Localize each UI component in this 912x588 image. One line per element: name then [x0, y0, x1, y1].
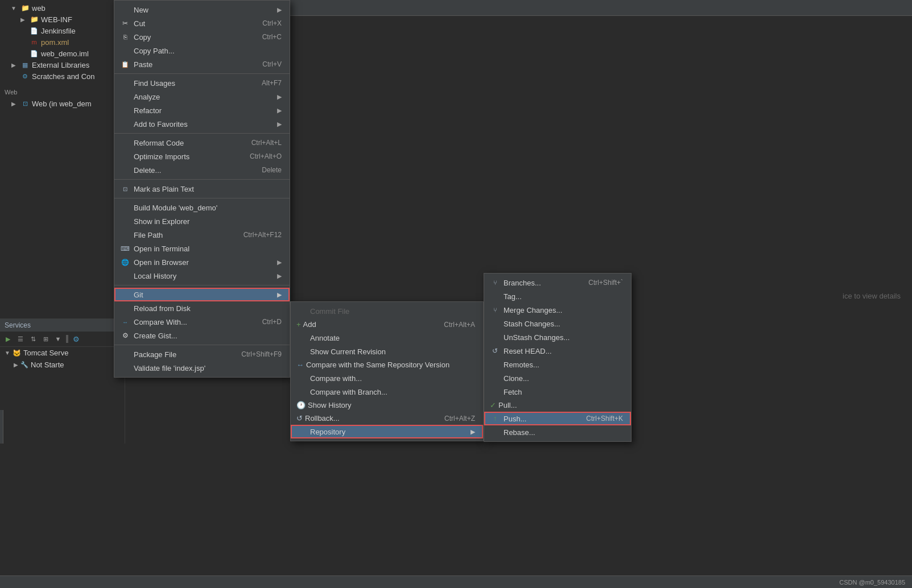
git-menu-annotate[interactable]: Annotate	[291, 331, 483, 345]
tree-item-webdemo[interactable]: 📄 web_demo.iml	[0, 48, 125, 59]
menu-item-copy-path[interactable]: Copy Path...	[114, 44, 290, 57]
repo-menu-pull[interactable]: ✓ Pull...	[484, 399, 631, 412]
git-menu-compare-branch[interactable]: Compare with Branch...	[291, 385, 483, 399]
menu-label: Compare with...	[310, 374, 362, 383]
tree-item-web[interactable]: ▼ 📁 web	[0, 2, 125, 14]
menu-item-create-gist[interactable]: ⚙ Create Gist...	[114, 329, 290, 342]
terminal-icon: ⌨	[120, 244, 130, 253]
menu-item-mark-plain[interactable]: ⊡ Mark as Plain Text	[114, 182, 290, 196]
git-menu-rollback[interactable]: ↺ Rollback... Ctrl+Alt+Z	[291, 412, 483, 425]
menu-item-delete[interactable]: Delete... Delete	[114, 163, 290, 177]
menu-label: Compare with the Same Repository Version	[306, 361, 449, 369]
reformat-icon	[120, 138, 130, 147]
menu-item-file-path[interactable]: File Path Ctrl+Alt+F12	[114, 228, 290, 242]
menu-item-new[interactable]: New ▶	[114, 3, 290, 16]
rebase-icon	[490, 428, 500, 437]
menu-item-open-terminal[interactable]: ⌨ Open in Terminal	[114, 242, 290, 255]
menu-item-git[interactable]: Git ▶	[114, 288, 290, 301]
repo-menu-stash[interactable]: Stash Changes...	[484, 317, 631, 330]
git-menu-commit[interactable]: Commit File	[291, 304, 483, 318]
filter-button[interactable]: ⇅	[27, 333, 39, 345]
menu-item-cut[interactable]: ✂ Cut Ctrl+X	[114, 16, 290, 30]
git-menu-show-revision[interactable]: Show Current Revision	[291, 345, 483, 358]
menu-item-paste[interactable]: 📋 Paste Ctrl+V	[114, 57, 290, 71]
repo-menu-push[interactable]: ↑ Push... Ctrl+Shift+K	[484, 412, 631, 425]
repo-menu-tag[interactable]: Tag...	[484, 289, 631, 303]
git-menu-add[interactable]: + Add Ctrl+Alt+A	[291, 318, 483, 331]
tree-label: pom.xml	[41, 38, 69, 47]
tomcat-server-item[interactable]: ▼ 🐱 Tomcat Serve	[0, 347, 125, 359]
menu-item-local-history[interactable]: Local History ▶	[114, 269, 290, 283]
menu-label: Reset HEAD...	[504, 347, 552, 355]
menu-item-analyze[interactable]: Analyze ▶	[114, 90, 290, 103]
tree-item-jenkinsfile[interactable]: 📄 Jenkinsfile	[0, 25, 125, 36]
not-started-item[interactable]: ▶ 🔧 Not Starte	[0, 359, 125, 371]
submenu-arrow-icon: ▶	[277, 6, 282, 14]
file-icon	[18, 49, 27, 58]
repo-menu-branches[interactable]: ⑂ Branches... Ctrl+Shift+`	[484, 276, 631, 289]
shortcut-label: Ctrl+Shift+`	[588, 279, 623, 287]
menu-item-validate[interactable]: Validate file 'index.jsp'	[114, 361, 290, 375]
revision-icon	[296, 347, 307, 356]
explorer-icon	[120, 217, 130, 226]
merge-icon: ⑂	[490, 305, 500, 314]
repo-menu-merge[interactable]: ⑂ Merge Changes...	[484, 303, 631, 317]
push-icon: ↑	[490, 414, 500, 423]
expand-arrow-icon: ▶	[14, 362, 18, 368]
services-title: Services	[5, 321, 31, 329]
shortcut-label: Ctrl+Alt+L	[251, 139, 282, 147]
scratches-icon	[9, 72, 18, 81]
tree-item-web-demo[interactable]: ▶ ⊡ Web (in web_dem	[0, 98, 125, 109]
git-menu-repository[interactable]: Repository ▶	[291, 425, 483, 438]
more-button[interactable]: ▼	[52, 333, 64, 345]
github-icon: ⚙	[120, 331, 130, 340]
repo-menu-clone[interactable]: Clone...	[484, 371, 631, 385]
refactor-icon	[120, 106, 130, 115]
menu-label: Validate file 'index.jsp'	[134, 364, 205, 372]
menu-item-build[interactable]: Build Module 'web_demo'	[114, 201, 290, 214]
git-menu-compare-with[interactable]: Compare with...	[291, 371, 483, 385]
menu-item-open-browser[interactable]: 🌐 Open in Browser ▶	[114, 255, 290, 269]
align-button[interactable]: ☰	[15, 333, 26, 345]
tree-item-pomxml[interactable]: m pom.xml	[0, 36, 125, 48]
menu-item-refactor[interactable]: Refactor ▶	[114, 103, 290, 117]
menu-label: Tag...	[504, 292, 522, 301]
settings-button[interactable]: ⚙	[71, 333, 82, 345]
menu-item-compare[interactable]: ↔ Compare With... Ctrl+D	[114, 315, 290, 329]
tomcat-icon: 🐱	[13, 349, 21, 357]
menu-item-add-favorites[interactable]: Add to Favorites ▶	[114, 117, 290, 131]
git-menu-show-history[interactable]: 🕐 Show History	[291, 399, 483, 412]
menu-label: Stash Changes...	[504, 320, 560, 328]
run-button[interactable]: ▶	[2, 333, 14, 345]
menu-label: Compare with Branch...	[310, 388, 387, 396]
tree-item-ext-libs[interactable]: ▶ ▦ External Libraries	[0, 59, 125, 71]
tree-item-webinf[interactable]: ▶ 📁 WEB-INF	[0, 14, 125, 25]
menu-item-find-usages[interactable]: Find Usages Alt+F7	[114, 76, 290, 90]
group-button[interactable]: ⊞	[40, 333, 51, 345]
menu-label: Show Current Revision	[310, 347, 386, 356]
status-bar: CSDN @m0_59430185	[0, 575, 912, 588]
menu-label: Build Module 'web_demo'	[134, 204, 217, 212]
menu-separator	[114, 285, 290, 285]
repo-menu-fetch[interactable]: Fetch	[484, 385, 631, 399]
repo-menu-rebase[interactable]: Rebase...	[484, 425, 631, 439]
expand-arrow-icon: ▼	[9, 3, 18, 13]
menu-item-reformat[interactable]: Reformat Code Ctrl+Alt+L	[114, 136, 290, 150]
menu-label: Refactor	[134, 106, 162, 115]
menu-label: Show History	[308, 401, 352, 409]
repo-menu-unstash[interactable]: UnStash Changes...	[484, 330, 631, 344]
repo-menu-remotes[interactable]: Remotes...	[484, 358, 631, 371]
menu-label: Open in Browser	[134, 258, 189, 267]
git-menu-compare-same[interactable]: ↔ Compare with the Same Repository Versi…	[291, 358, 483, 371]
repo-menu-reset[interactable]: ↺ Reset HEAD...	[484, 344, 631, 358]
menu-item-reload[interactable]: Reload from Disk	[114, 301, 290, 315]
tree-item-scratches[interactable]: ⚙ Scratches and Con	[0, 71, 125, 82]
not-started-label: Not Starte	[31, 361, 64, 369]
package-icon	[120, 350, 130, 359]
menu-item-show-explorer[interactable]: Show in Explorer	[114, 214, 290, 228]
tree-label: Jenkinsfile	[41, 27, 76, 35]
menu-item-package[interactable]: Package File Ctrl+Shift+F9	[114, 347, 290, 361]
menu-label: Repository	[310, 428, 345, 436]
menu-item-copy[interactable]: ⎘ Copy Ctrl+C	[114, 30, 290, 44]
menu-item-optimize[interactable]: Optimize Imports Ctrl+Alt+O	[114, 150, 290, 163]
